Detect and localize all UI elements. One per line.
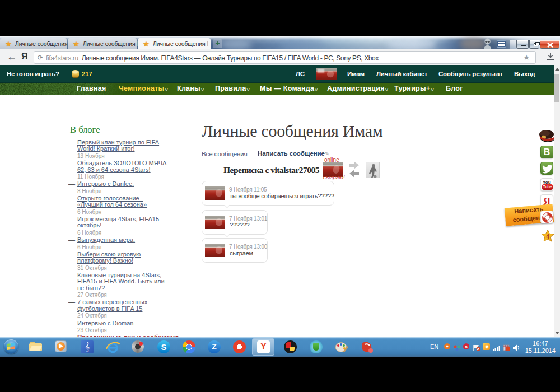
svg-text:4: 4 [546,234,549,240]
